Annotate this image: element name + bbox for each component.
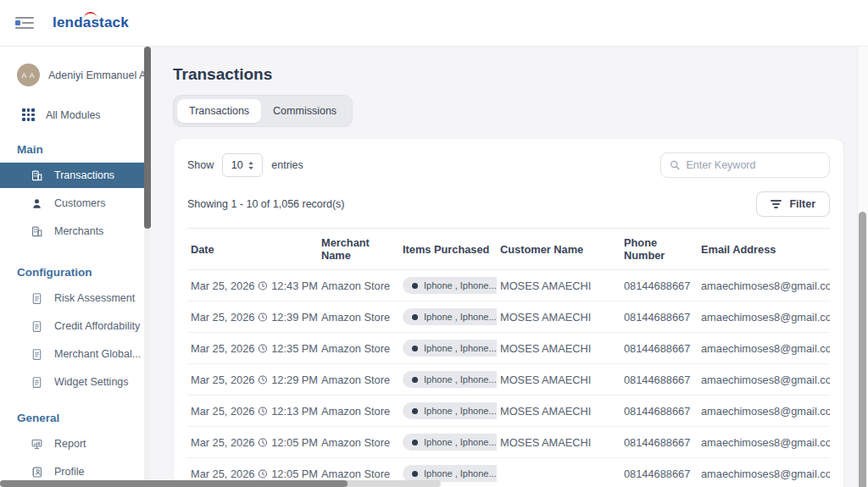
sidebar-item-customers[interactable]: Customers <box>0 191 144 216</box>
sidebar-item-label: Profile <box>54 466 84 478</box>
column-header: Phone Number <box>620 236 698 262</box>
filter-button[interactable]: Filter <box>756 191 830 217</box>
user-name: Adeniyi Emmanuel Ad <box>48 69 144 81</box>
table-row[interactable]: Mar 25, 2026 12:13 PM Amazon Store Iphon… <box>187 396 830 427</box>
sidebar-item-widget-settings[interactable]: Widget Settings <box>0 369 144 395</box>
sidebar-toggle-icon[interactable] <box>15 17 34 30</box>
sidebar-item-risk-assessment[interactable]: Risk Assessment <box>0 285 144 311</box>
sidebar-item-transactions[interactable]: Transactions <box>0 163 144 188</box>
column-header: Date <box>187 243 318 256</box>
main-scrollbar-thumb[interactable] <box>859 212 866 487</box>
clock-icon <box>258 374 268 385</box>
cell-customer: MOSES AMAECHI <box>497 405 620 418</box>
id-card-icon <box>31 466 43 479</box>
table-row[interactable]: Mar 25, 2026 12:43 PM Amazon Store Iphon… <box>187 270 830 302</box>
tab-transactions[interactable]: Transactions <box>177 99 261 123</box>
cell-customer: MOSES AMAECHI <box>497 436 620 449</box>
items-pill[interactable]: Iphone , Iphone... <box>403 277 497 294</box>
sidebar-item-report[interactable]: Report <box>0 431 144 457</box>
document-icon <box>31 376 43 389</box>
table-row[interactable]: Mar 25, 2026 12:05 PM Amazon Store Iphon… <box>187 427 830 458</box>
cell-customer: MOSES AMAECHI <box>497 279 620 292</box>
cell-email: amaechimoses8@gmail.com <box>698 311 830 324</box>
user-profile[interactable]: A A Adeniyi Emmanuel Ad <box>0 64 144 86</box>
cell-customer: MOSES AMAECHI <box>497 374 620 386</box>
building-icon <box>31 225 43 238</box>
items-pill[interactable]: Iphone , Iphone... <box>403 340 497 357</box>
sidebar-item-label: Widget Settings <box>54 376 129 388</box>
items-pill[interactable]: Iphone , Iphone... <box>403 434 497 451</box>
search-icon <box>670 159 680 171</box>
filter-icon <box>771 200 782 209</box>
app-logo[interactable]: lendastack <box>53 14 129 31</box>
cell-date: Mar 25, 2026 12:29 PM <box>187 374 318 386</box>
clock-icon <box>258 312 268 323</box>
sidebar: A A Adeniyi Emmanuel Ad All Modules Main… <box>0 47 144 487</box>
sidebar-item-label: Risk Assessment <box>54 292 135 304</box>
main-content: Transactions Transactions Commissions Sh… <box>151 47 868 487</box>
item-dot-icon <box>412 314 418 320</box>
table-row[interactable]: Mar 25, 2026 12:39 PM Amazon Store Iphon… <box>187 302 830 333</box>
cell-items: Iphone , Iphone... <box>399 308 497 325</box>
search-input[interactable] <box>686 159 821 171</box>
cell-date: Mar 25, 2026 12:43 PM <box>187 279 318 292</box>
sidebar-scrollbar-thumb[interactable] <box>144 47 151 229</box>
cell-merchant: Amazon Store <box>318 311 399 324</box>
page-size-select[interactable]: 10 <box>222 153 263 177</box>
cell-email: amaechimoses8@gmail.com <box>698 405 830 418</box>
cell-items: Iphone , Iphone... <box>399 277 497 294</box>
cell-phone: 08144688667 <box>620 279 698 292</box>
tab-commissions[interactable]: Commissions <box>261 99 348 123</box>
items-pill[interactable]: Iphone , Iphone... <box>403 465 497 482</box>
section-title-configuration: Configuration <box>0 266 144 279</box>
column-header: Customer Name <box>497 243 620 256</box>
items-pill[interactable]: Iphone , Iphone... <box>403 371 497 388</box>
clock-icon <box>258 406 268 417</box>
show-label: Show <box>187 159 214 171</box>
cell-merchant: Amazon Store <box>318 279 399 292</box>
cell-email: amaechimoses8@gmail.com <box>698 279 830 292</box>
all-modules-button[interactable]: All Modules <box>0 108 144 121</box>
column-header: Merchant Name <box>318 236 399 262</box>
search-box[interactable] <box>660 152 830 178</box>
items-pill[interactable]: Iphone , Iphone... <box>403 402 497 419</box>
sidebar-item-label: Customers <box>54 197 105 209</box>
sidebar-item-credit-affordability[interactable]: Credit Affordability <box>0 313 144 339</box>
sidebar-item-label: Report <box>54 438 86 450</box>
cell-merchant: Amazon Store <box>318 374 399 386</box>
cell-items: Iphone , Iphone... <box>399 340 497 357</box>
page-size-value: 10 <box>231 159 243 171</box>
sidebar-item-merchants[interactable]: Merchants <box>0 219 144 244</box>
horizontal-scrollbar-thumb[interactable] <box>0 480 348 487</box>
sidebar-item-merchant-global[interactable]: Merchant Global... <box>0 341 144 367</box>
table-row[interactable]: Mar 25, 2026 12:35 PM Amazon Store Iphon… <box>187 333 830 364</box>
updown-arrows-icon <box>248 161 254 170</box>
cell-email: amaechimoses8@gmail.com <box>698 374 830 386</box>
cell-date: Mar 25, 2026 12:13 PM <box>187 405 318 418</box>
sidebar-item-label: Credit Affordability <box>54 320 140 332</box>
items-pill[interactable]: Iphone , Iphone... <box>403 308 497 325</box>
cell-date: Mar 25, 2026 12:35 PM <box>187 342 318 355</box>
item-dot-icon <box>412 346 418 351</box>
cell-phone: 08144688667 <box>620 436 698 449</box>
cell-items: Iphone , Iphone... <box>399 402 497 419</box>
section-title-main: Main <box>0 143 144 156</box>
cell-items: Iphone , Iphone... <box>399 371 497 388</box>
cell-phone: 08144688667 <box>620 405 698 418</box>
sidebar-item-label: Merchant Global... <box>54 348 141 360</box>
cell-phone: 08144688667 <box>620 311 698 324</box>
transactions-table: DateMerchant NameItems PurchasedCustomer… <box>187 228 830 487</box>
item-dot-icon <box>412 408 418 414</box>
filter-button-label: Filter <box>789 198 815 210</box>
cell-merchant: Amazon Store <box>318 405 399 418</box>
item-dot-icon <box>412 471 418 477</box>
sidebar-scrollbar-track[interactable] <box>144 47 151 487</box>
cell-customer: MOSES AMAECHI <box>497 342 620 355</box>
clock-icon <box>258 343 268 354</box>
table-row[interactable]: Mar 25, 2026 12:29 PM Amazon Store Iphon… <box>187 364 830 396</box>
cell-merchant: Amazon Store <box>318 342 399 355</box>
main-scrollbar-track[interactable] <box>857 47 868 487</box>
records-summary: Showing 1 - 10 of 1,056 record(s) <box>187 198 345 210</box>
item-dot-icon <box>412 440 418 445</box>
cell-customer: MOSES AMAECHI <box>497 311 620 324</box>
